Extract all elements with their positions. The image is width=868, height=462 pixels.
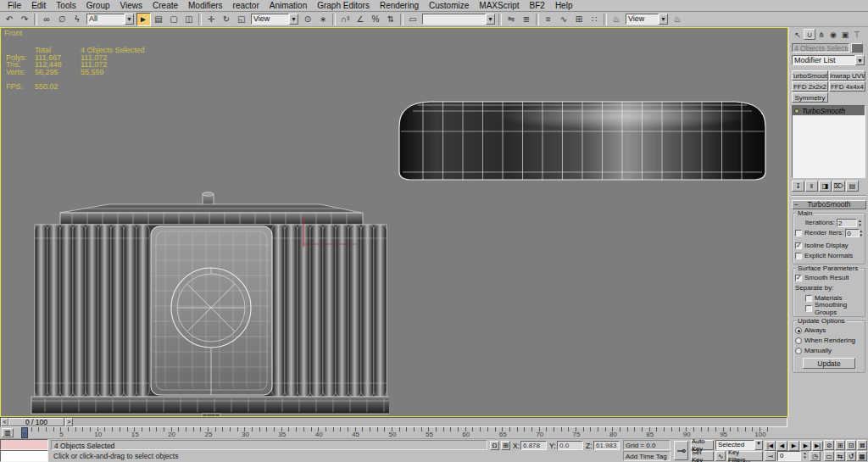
select-and-scale-button[interactable]: ◱: [235, 13, 249, 26]
modifier-button-ffd-4x4x4[interactable]: FFD 4x4x4: [829, 81, 865, 92]
pan-button[interactable]: ⇆: [835, 451, 845, 461]
selection-lock-toggle[interactable]: Ω: [490, 441, 499, 450]
make-unique-button[interactable]: ◨: [819, 181, 832, 192]
time-configuration-button[interactable]: ◷: [810, 451, 821, 461]
align-button[interactable]: ≣: [520, 13, 534, 26]
modifier-button-turbosmooth[interactable]: TurboSmooth: [792, 70, 828, 81]
menu-views[interactable]: Views: [115, 1, 148, 10]
update-button[interactable]: Update: [803, 358, 855, 369]
select-and-manipulate-button[interactable]: ∗: [316, 13, 331, 26]
select-object-button[interactable]: ►: [136, 13, 151, 26]
unlink-selection-button[interactable]: ∅: [55, 13, 70, 26]
previous-frame-button[interactable]: ◀: [776, 441, 787, 451]
menu-create[interactable]: Create: [147, 1, 183, 10]
spinner-snap-button[interactable]: ⇅: [384, 13, 398, 26]
go-to-end-button[interactable]: ▶|: [812, 441, 823, 451]
time-slider-groove[interactable]: [0, 417, 787, 427]
iterations-spinner[interactable]: ▴▾: [857, 219, 863, 227]
tab-create[interactable]: ↖: [792, 29, 804, 40]
configure-modifier-sets-button[interactable]: ▤: [846, 181, 859, 192]
key-filters-button[interactable]: Key Filters...: [727, 451, 763, 461]
explicit-normals-checkbox[interactable]: [795, 253, 802, 259]
modifier-button-ffd-2x2x2[interactable]: FFD 2x2x2: [792, 81, 828, 92]
iterations-field[interactable]: 2: [837, 219, 857, 227]
absolute-offset-toggle[interactable]: ⊞: [501, 441, 510, 450]
pin-stack-button[interactable]: ↧: [792, 181, 804, 192]
menu-modifiers[interactable]: Modifiers: [183, 1, 228, 10]
radio-when-rendering[interactable]: [795, 337, 802, 344]
zoom-all-button[interactable]: ⊞: [835, 440, 845, 450]
min-max-toggle-button[interactable]: ▦: [857, 451, 867, 461]
tab-modify[interactable]: ∪: [804, 29, 815, 40]
edit-named-selections-button[interactable]: ▭: [406, 13, 420, 26]
object-color-swatch[interactable]: [851, 43, 863, 53]
add-time-tag[interactable]: Add Time Tag: [623, 451, 670, 461]
object-name-field[interactable]: 4 Objects Selected: [792, 43, 849, 53]
window-crossing-button[interactable]: ◫: [182, 13, 197, 26]
chevron-down-icon[interactable]: ▼: [659, 14, 668, 25]
z-coordinate-field[interactable]: 61.983: [593, 441, 620, 450]
set-keys-button[interactable]: ⊸: [674, 441, 688, 460]
snap-toggle-3d-button[interactable]: ∩³: [338, 13, 353, 26]
named-selection-dropdown[interactable]: ▼: [422, 14, 495, 25]
use-pivot-point-button[interactable]: ⊙: [301, 13, 315, 26]
curve-editor-button[interactable]: ∿: [557, 13, 571, 26]
zoom-extents-button[interactable]: ⊡: [846, 440, 856, 450]
key-mode-toggle-button[interactable]: ⊸: [765, 451, 776, 461]
turbosmooth-rollout-header[interactable]: − TurboSmooth: [792, 200, 866, 209]
select-and-move-button[interactable]: ✛: [204, 13, 219, 26]
smoothing-groups-checkbox[interactable]: [805, 305, 812, 312]
region-zoom-button[interactable]: ▭: [824, 451, 834, 461]
tab-display[interactable]: ▣: [839, 29, 851, 40]
radio-always[interactable]: [795, 327, 802, 334]
default-in-out-tangent-button[interactable]: ∿: [715, 451, 726, 461]
undo-button[interactable]: ↶: [3, 13, 17, 26]
render-iters-spinner[interactable]: ▴▾: [860, 229, 863, 237]
menu-maxscript[interactable]: MAXScript: [474, 1, 524, 10]
materials-checkbox[interactable]: [805, 295, 812, 302]
time-slider-handle[interactable]: 0 / 100: [8, 418, 64, 426]
modifier-button-symmetry[interactable]: Symmetry: [792, 92, 828, 103]
stack-item-turbosmooth[interactable]: TurboSmooth: [793, 106, 865, 115]
menu-tools[interactable]: Tools: [51, 1, 81, 10]
frame-spinner[interactable]: ▴▾: [802, 451, 808, 459]
next-frame-arrow[interactable]: >: [65, 418, 73, 426]
menu-rendering[interactable]: Rendering: [375, 1, 424, 10]
viewport-front[interactable]: Front Total4 Objects SelectedPolys:111,6…: [0, 27, 788, 417]
zoom-button[interactable]: ⊘: [824, 440, 834, 450]
tab-hierarchy[interactable]: ⋔: [815, 29, 827, 40]
remove-modifier-button[interactable]: ⌦: [832, 181, 845, 192]
menu-help[interactable]: Help: [550, 1, 578, 10]
current-frame-field[interactable]: 0: [777, 451, 801, 461]
radio-manually[interactable]: [795, 348, 802, 354]
previous-frame-arrow[interactable]: <: [1, 418, 8, 426]
isoline-display-checkbox[interactable]: [795, 242, 802, 249]
x-coordinate-field[interactable]: 6.878: [520, 441, 547, 450]
render-type-dropdown[interactable]: View▼: [626, 14, 668, 25]
select-and-rotate-button[interactable]: ↻: [220, 13, 234, 26]
menu-file[interactable]: File: [3, 1, 26, 10]
mirror-button[interactable]: ⇋: [504, 13, 519, 26]
menu-animation[interactable]: Animation: [264, 1, 312, 10]
modifier-stack-list[interactable]: TurboSmooth: [792, 105, 865, 178]
angle-snap-button[interactable]: ∠: [353, 13, 368, 26]
modifier-list-dropdown[interactable]: Modifier List ▼: [792, 55, 865, 65]
render-iters-field[interactable]: 0: [845, 229, 859, 237]
menu-bf2[interactable]: BF2: [525, 1, 550, 10]
set-key-button[interactable]: Set Key: [691, 451, 714, 461]
select-by-name-button[interactable]: ▤: [152, 13, 166, 26]
menu-edit[interactable]: Edit: [26, 1, 51, 10]
tab-motion[interactable]: ◉: [827, 29, 839, 40]
render-scene-button[interactable]: ♨: [609, 13, 624, 26]
zoom-extents-all-button[interactable]: ⊠: [857, 440, 867, 450]
layer-manager-button[interactable]: ≡: [542, 13, 556, 26]
menu-graph-editors[interactable]: Graph Editors: [312, 1, 375, 10]
reference-coordinate-dropdown[interactable]: View▼: [251, 14, 298, 25]
modifier-button-unwrap-uvw[interactable]: Unwrap UVW: [829, 70, 865, 81]
chevron-down-icon[interactable]: ▼: [125, 14, 134, 25]
track-bar[interactable]: ▥ 05101520253035404550556065707580859095…: [0, 427, 868, 439]
viewport-label[interactable]: Front: [4, 29, 22, 37]
render-iters-checkbox[interactable]: [795, 230, 802, 237]
rectangular-selection-region-button[interactable]: ▢: [167, 13, 181, 26]
chevron-down-icon[interactable]: ▼: [289, 14, 298, 25]
